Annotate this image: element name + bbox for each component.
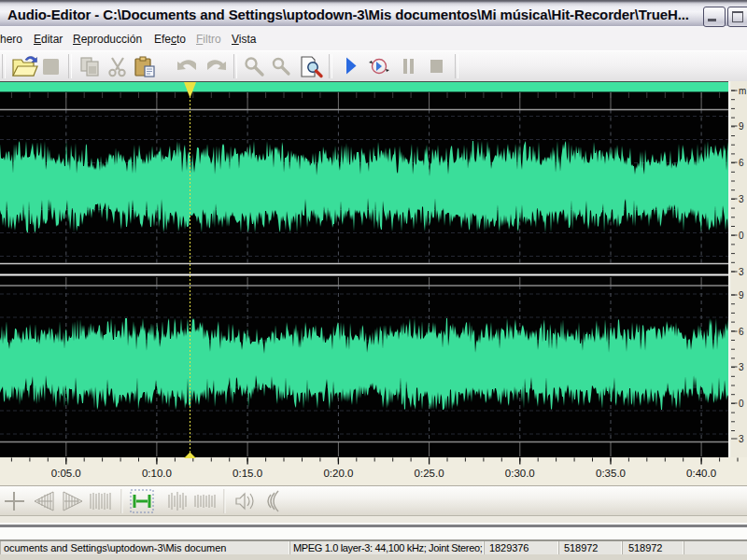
svg-text:0: 0 [739,231,744,241]
svg-text:9: 9 [739,290,744,301]
svg-text:0:40.0: 0:40.0 [686,468,716,479]
svg-text:3: 3 [739,267,744,277]
svg-text:3: 3 [739,362,744,372]
svg-text:0:25.0: 0:25.0 [415,468,444,479]
svg-text:0:20.0: 0:20.0 [323,468,353,479]
svg-text:0: 0 [739,399,744,409]
svg-text:6: 6 [739,327,744,337]
svg-text:3: 3 [739,434,744,444]
svg-text:0:30.0: 0:30.0 [505,468,535,479]
svg-text:0:35.0: 0:35.0 [596,468,626,479]
svg-text:0:05.0: 0:05.0 [51,468,81,479]
svg-text:0:15.0: 0:15.0 [233,468,262,479]
svg-text:3: 3 [739,194,744,204]
svg-text:m: m [739,86,746,96]
svg-text:9: 9 [739,121,744,132]
svg-text:6: 6 [739,158,744,168]
svg-text:0:10.0: 0:10.0 [142,468,172,479]
